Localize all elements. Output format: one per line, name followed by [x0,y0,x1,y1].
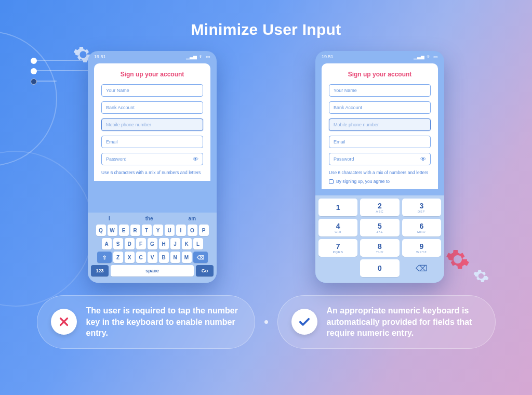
key[interactable]: F [136,238,146,249]
key[interactable]: T [142,225,152,236]
suggestion[interactable]: I [109,216,110,221]
numpad-key[interactable]: 8TUV [360,239,399,257]
phone-field[interactable]: Mobile phone number [329,118,431,131]
bank-field[interactable]: Bank Account [329,101,431,114]
page-title: Minimize User Input [0,0,532,38]
agree-row[interactable]: By signing up, you agree to [329,179,431,184]
key[interactable]: I [176,225,186,236]
key[interactable]: K [182,238,192,249]
numpad-key[interactable]: 7PQRS [318,239,357,257]
eye-icon[interactable]: 👁 [193,156,198,162]
email-field[interactable]: Email [101,136,203,148]
agree-text: By signing up, you agree to [336,179,390,184]
status-bar: 19.51 ▁▃▅ ᯤ ▭ [315,51,444,61]
key[interactable]: S [113,238,123,249]
key[interactable]: Y [153,225,163,236]
numpad-key[interactable]: 5JKL [360,219,399,236]
password-hint: Use 6 characters with a mix of numbers a… [329,170,431,176]
eye-icon[interactable]: 👁 [420,156,426,162]
key[interactable]: L [193,238,203,249]
password-field[interactable]: Password 👁 [329,153,431,165]
signal-icon: ▁▃▅ [414,54,424,59]
numpad-key[interactable]: 2ABC [360,199,399,216]
key[interactable]: X [125,252,135,263]
numpad-key[interactable]: 9WXYZ [402,239,441,257]
numpad-key[interactable]: 1 [318,199,357,216]
numbers-key[interactable]: 123 [91,265,109,276]
email-field[interactable]: Email [329,136,431,148]
status-bar: 19.51 ▁▃▅ ᯤ ▭ [88,51,217,61]
signup-card: Sign up your account Your Name Bank Acco… [94,63,210,181]
battery-icon: ▭ [433,54,438,59]
wifi-icon: ᯤ [199,54,204,59]
status-time: 19.51 [322,54,334,59]
key[interactable]: R [130,225,140,236]
name-field[interactable]: Your Name [329,84,431,97]
space-key[interactable]: space [111,265,194,276]
key[interactable]: D [125,238,135,249]
password-hint: Use 6 characters with a mix of numbers a… [101,170,203,176]
caption-bad: The user is required to tap the number k… [37,295,255,349]
key[interactable]: B [159,252,169,263]
password-field[interactable]: Password 👁 [101,153,203,165]
caption-text: An appropriate numeric keyboard is autom… [327,305,482,339]
phone-mockup-qwerty: 19.51 ▁▃▅ ᯤ ▭ Sign up your account Your … [88,51,217,283]
phone-mockup-numpad: 19.51 ▁▃▅ ᯤ ▭ Sign up your account Your … [315,51,444,283]
gear-icon [445,247,470,272]
signal-icon: ▁▃▅ [186,54,197,59]
signup-card: Sign up your account Your Name Bank Acco… [322,63,438,189]
battery-icon: ▭ [206,54,210,59]
key[interactable]: ⇧ [97,252,112,263]
key[interactable]: O [188,225,197,236]
caption-text: The user is required to tap the number k… [86,305,241,339]
key[interactable]: H [159,238,169,249]
name-field[interactable]: Your Name [101,84,203,97]
backspace-key[interactable]: ⌫ [402,259,441,277]
key[interactable]: W [108,225,117,236]
status-time: 19.51 [94,54,106,59]
numpad-key[interactable]: 3DEF [402,199,441,216]
suggestion[interactable]: am [189,216,196,221]
key[interactable]: C [136,252,146,263]
form-title: Sign up your account [329,71,431,78]
numpad-key[interactable]: 0 [360,259,399,277]
wifi-icon: ᯤ [427,54,431,59]
key[interactable]: A [102,238,112,249]
form-title: Sign up your account [101,71,203,78]
gear-icon [473,268,489,284]
key[interactable]: U [165,225,175,236]
numeric-keyboard: 12ABC3DEF 4GHI5JKL6MNO 7PQRS8TUV9WXYZ 0⌫ [315,195,444,283]
key[interactable]: ⌫ [193,252,208,263]
keyboard-suggestions: I the am [91,216,214,225]
key[interactable]: P [199,225,209,236]
key[interactable]: Z [113,252,123,263]
key[interactable]: V [148,252,157,263]
key[interactable]: Q [96,225,106,236]
key[interactable]: M [182,252,192,263]
caption-good: An appropriate numeric keyboard is autom… [277,295,496,349]
status-icons: ▁▃▅ ᯤ ▭ [414,54,438,59]
check-icon [291,309,317,335]
phone-field[interactable]: Mobile phone number [101,118,203,131]
status-icons: ▁▃▅ ᯤ ▭ [186,54,210,59]
suggestion[interactable]: the [145,216,153,221]
qwerty-keyboard: I the am QWERTYUIOP ASDFGHJKL ⇧ZXCVBNM⌫ … [88,213,217,283]
numpad-key[interactable]: 6MNO [402,219,441,236]
key[interactable]: E [119,225,129,236]
separator-dot [264,320,268,324]
key[interactable]: G [148,238,157,249]
bank-field[interactable]: Bank Account [101,101,203,114]
key[interactable]: N [170,252,180,263]
key[interactable]: J [170,238,180,249]
cross-icon [51,309,77,335]
numpad-key[interactable]: 4GHI [318,219,357,236]
checkbox-icon[interactable] [329,179,334,184]
go-key[interactable]: Go [196,265,214,276]
